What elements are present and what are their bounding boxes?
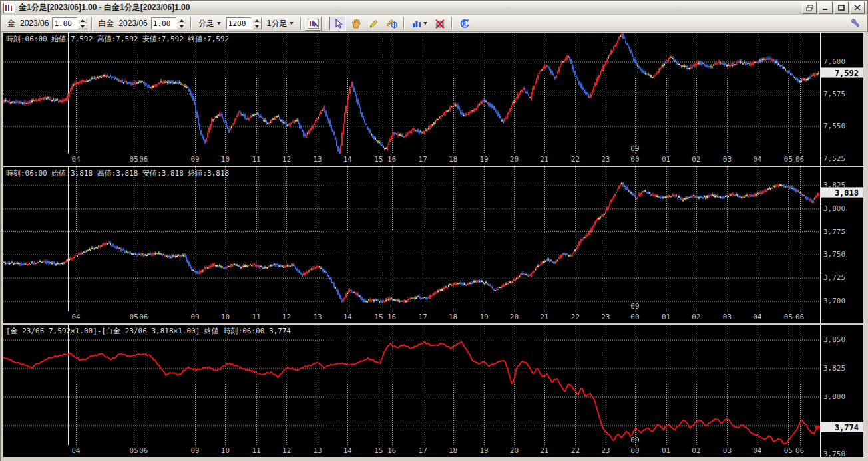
chart-type-dropdown-button[interactable]: [408, 17, 430, 31]
bar-type-dropdown[interactable]: 分足: [195, 17, 224, 31]
time-axis-label: 20: [510, 313, 519, 321]
time-axis-label: 12: [282, 446, 291, 455]
pan-hand-icon: [351, 18, 361, 29]
platinum-ratio-up-button[interactable]: [177, 17, 186, 23]
time-axis-label: 09: [190, 313, 199, 321]
time-axis-label: 05: [130, 446, 138, 455]
platinum-price-axis[interactable]: 3,8253,8003,7753,7503,7253,7003,818: [820, 167, 863, 323]
spread-x-axis: 0405060910111213141516171819202122230001…: [3, 445, 820, 457]
time-axis-label: 09: [190, 155, 199, 164]
price-axis-label: 7,575: [823, 90, 845, 98]
toolbar-separator: [325, 17, 326, 30]
app-icon: [3, 3, 15, 13]
bar-type-label: 分足: [198, 18, 214, 29]
time-axis-label: 17: [419, 155, 427, 164]
minimize-button[interactable]: [818, 1, 833, 14]
time-axis-label: 09: [190, 446, 199, 455]
gold-label: 金: [7, 18, 15, 29]
gold-chart-plot[interactable]: 時刻:06:00 始値:7,592 高値:7,592 安値:7,592 終値:7…: [3, 33, 820, 154]
time-axis-label: 22: [571, 446, 580, 455]
time-axis-label: 18: [449, 446, 457, 455]
interval-dropdown[interactable]: 1分足: [264, 17, 298, 31]
time-axis-label: 13: [313, 446, 322, 455]
time-axis-label: 21: [540, 313, 548, 321]
platinum-ratio-input[interactable]: [151, 17, 176, 29]
time-axis-label: 03: [723, 155, 732, 164]
settings-wrench-button[interactable]: [846, 17, 863, 31]
time-axis-label: 16: [387, 446, 396, 455]
price-axis-label: 3,800: [823, 392, 845, 401]
reload-button[interactable]: R: [456, 17, 473, 31]
trendline-tool-button[interactable]: [383, 17, 400, 31]
bar-count-up-button[interactable]: [252, 17, 262, 23]
price-axis-label: 3,725: [823, 273, 845, 282]
time-axis-label: 19: [479, 313, 488, 321]
delete-drawings-icon: [435, 19, 445, 29]
bar-count-input[interactable]: [226, 17, 252, 29]
time-axis-label: 13: [313, 155, 322, 164]
time-axis-label: 01: [662, 313, 670, 321]
close-button[interactable]: [850, 1, 865, 14]
time-axis-label: 19: [479, 446, 488, 455]
chart-type-icon: [411, 19, 422, 28]
cascade-windows-button[interactable]: [802, 1, 817, 14]
time-axis-label: 14: [343, 155, 352, 164]
gold-ratio-up-button[interactable]: [78, 17, 87, 23]
time-axis-label: 15: [374, 446, 383, 455]
pan-hand-tool-button[interactable]: [347, 17, 364, 31]
time-axis-label: 20: [510, 155, 519, 164]
platinum-ratio-spinner[interactable]: [151, 17, 186, 29]
app-window: 金1分足[2023/06]1.00 - 白金1分足[2023/06]1.00 金…: [0, 0, 868, 461]
time-axis-label: 23: [601, 446, 610, 455]
time-axis-label: 06: [795, 155, 804, 164]
time-axis-label: 10: [221, 313, 230, 321]
spread-price-axis[interactable]: 3,8503,8253,8003,7753,7503,774: [820, 325, 863, 457]
time-axis-label: 10: [221, 446, 230, 455]
chevron-down-icon: [290, 22, 294, 25]
platinum-ratio-down-button[interactable]: [177, 23, 186, 29]
price-axis-label: 7,625: [823, 33, 845, 34]
time-axis-label: 11: [252, 313, 260, 321]
time-axis-label: 11: [252, 155, 260, 164]
time-axis-label: 05: [130, 313, 138, 321]
spread-chart-plot[interactable]: [金 23/06 7,592×1.00]-[白金 23/06 3,818×1.0…: [3, 325, 820, 445]
draw-pencil-icon: [369, 18, 379, 29]
time-axis-label: 12: [282, 155, 291, 164]
time-axis-label: 23: [601, 313, 610, 321]
toolbar-separator: [91, 17, 93, 30]
time-axis-label: 05: [784, 155, 793, 164]
time-axis-label: 04: [753, 313, 761, 321]
time-axis-label: 16: [387, 313, 396, 321]
current-price-tag: 3,774: [821, 422, 863, 432]
time-axis-label: 13: [313, 313, 322, 321]
time-axis-label: 04: [71, 313, 80, 321]
gold-ratio-down-button[interactable]: [78, 23, 87, 29]
time-axis-label: 02: [692, 155, 700, 164]
select-cursor-tool-button[interactable]: [329, 17, 346, 31]
price-axis-label: 3,750: [823, 450, 845, 457]
chevron-down-icon: [423, 22, 427, 25]
time-axis-label: 17: [419, 446, 427, 455]
draw-pencil-tool-button[interactable]: [365, 17, 382, 31]
toolbar-separator: [451, 17, 453, 30]
gold-ratio-spinner[interactable]: [52, 17, 87, 29]
platinum-chart-plot[interactable]: 時刻:06:00 始値:3,818 高値:3,818 安値:3,818 終値:3…: [3, 167, 820, 311]
gold-price-axis[interactable]: 7,6257,6007,5757,5507,5257,592: [820, 33, 863, 166]
bar-count-spinner[interactable]: [226, 17, 262, 29]
time-axis-label: 22: [571, 313, 580, 321]
gold-ratio-input[interactable]: [52, 17, 77, 29]
price-axis-label: 3,825: [823, 364, 845, 373]
bar-count-down-button[interactable]: [252, 23, 262, 29]
chart-pointer-tool-button[interactable]: [305, 17, 322, 31]
time-axis-label: 01: [662, 446, 670, 455]
time-axis-label: 04: [753, 446, 761, 455]
price-axis-label: 3,775: [823, 228, 845, 236]
time-axis-label: 00: [630, 155, 639, 164]
time-axis-label: 05: [784, 313, 793, 321]
reload-icon: R: [459, 18, 470, 29]
delete-drawings-button[interactable]: [431, 17, 448, 31]
platinum-contract-month: 2023/06: [118, 19, 147, 28]
time-axis-label: 06: [795, 313, 804, 321]
time-axis-label: 12: [282, 313, 291, 321]
maximize-button[interactable]: [834, 1, 849, 14]
